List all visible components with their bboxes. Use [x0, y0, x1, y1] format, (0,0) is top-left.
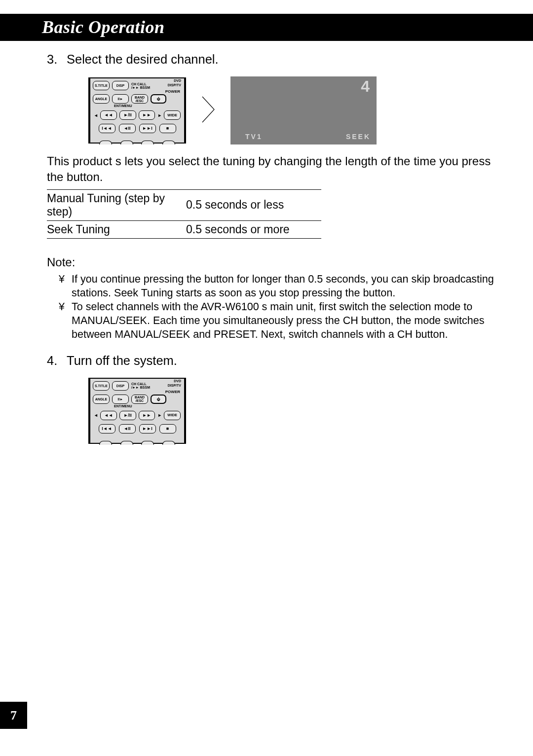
remote-illustration-1: DVD DISP/TV S.TITLE DISP CH CALL /►► BSS… [88, 77, 186, 144]
then-arrow-icon [201, 96, 216, 125]
remote-prev-button: I◄◄ [99, 424, 115, 433]
tv-display: 4 TV1 SEEK [230, 76, 377, 144]
remote-pause-button: ◄II [119, 124, 136, 133]
remote-dvd-label: DVD [174, 79, 181, 82]
step-3: 3. Select the desired channel. [47, 52, 496, 67]
remote-band-esc-button: BAND/ESC [131, 395, 148, 404]
note-text-1: If you continue pressing the button for … [72, 273, 496, 300]
remote-chcall-label: CH CALL [131, 382, 147, 386]
remote-stitle-button: S.TITLE [93, 81, 110, 90]
remote-band-esc-button: BAND/ESC [131, 94, 148, 104]
remote-playpause-button: ►/II [119, 110, 136, 120]
step-3-number: 3. [47, 52, 61, 67]
left-arrow-icon: ◄ [94, 113, 98, 118]
page-title: Basic Operation [0, 14, 533, 41]
note-item-2: ¥ To select channels with the AVR-W6100 … [59, 300, 496, 342]
remote-rev-button: ◄◄ [100, 110, 117, 120]
remote-angle-button: ANGLE [93, 395, 110, 404]
tv-channel-number: 4 [361, 77, 370, 96]
remote-pause-button: ◄II [119, 424, 136, 433]
remote-power-label: POWER [165, 390, 180, 394]
remote-entmenu-label: ENT/MENU [114, 404, 132, 408]
tuning-seek-label: Seek Tuning [47, 220, 184, 238]
remote-arc-icon [99, 441, 112, 445]
remote-arc-icon [162, 141, 175, 144]
step-4: 4. Turn off the system. [47, 354, 496, 368]
remote-illustration-2: DVD DISP/TV S.TITLE DISP CH CALL /►► BSS… [88, 378, 186, 444]
remote-stitle-button: S.TITLE [93, 381, 110, 391]
remote-power-button: ⏻ [151, 94, 166, 104]
tuning-manual-label: Manual Tuning (step by step) [47, 189, 184, 220]
tuning-table: Manual Tuning (step by step) 0.5 seconds… [47, 189, 321, 239]
step-3-description: This product s lets you select the tunin… [47, 153, 496, 185]
step-4-title: Turn off the system. [67, 354, 496, 368]
remote-arc-icon [141, 441, 154, 445]
note-text-2: To select channels with the AVR-W6100 s … [72, 300, 496, 342]
tv-right-label: SEEK [346, 133, 371, 141]
remote-fwd-button: ►► [139, 411, 155, 420]
remote-slowplay-button: II► [112, 94, 129, 104]
remote-disp-button: DISP [112, 81, 129, 90]
remote-entmenu-label: ENT/MENU [114, 104, 132, 108]
remote-arc-icon [120, 441, 133, 445]
step-3-title: Select the desired channel. [67, 52, 496, 67]
tv-left-label: TV1 [245, 133, 263, 141]
remote-stop-button: ■ [159, 424, 176, 433]
remote-next-button: ►►I [139, 424, 156, 433]
remote-arc-icon [141, 141, 154, 144]
right-arrow-icon: ► [157, 413, 161, 418]
remote-bssm-label: /►► BSSM [131, 386, 150, 389]
remote-next-button: ►►I [139, 124, 156, 133]
tuning-manual-value: 0.5 seconds or less [184, 189, 321, 220]
remote-playpause-button: ►/II [119, 411, 136, 420]
remote-bssm-label: /►► BSSM [131, 86, 150, 89]
remote-arc-icon [162, 441, 175, 445]
note-item-1: ¥ If you continue pressing the button fo… [59, 273, 496, 300]
remote-slowplay-button: II► [112, 395, 129, 404]
remote-stop-button: ■ [159, 124, 176, 133]
remote-disptv-label: DISP/TV [168, 83, 181, 87]
page-number: 7 [0, 702, 27, 729]
remote-rev-button: ◄◄ [100, 411, 117, 420]
remote-disp-button: DISP [112, 381, 129, 391]
remote-wide-button: WIDE [164, 110, 181, 120]
right-arrow-icon: ► [157, 113, 161, 118]
remote-dvd-label: DVD [174, 379, 181, 383]
remote-power-button: ⏻ [151, 395, 166, 404]
step-4-number: 4. [47, 354, 61, 368]
remote-disptv-label: DISP/TV [168, 384, 181, 387]
remote-power-label: POWER [165, 89, 180, 94]
remote-arc-icon [120, 141, 133, 144]
left-arrow-icon: ◄ [94, 413, 98, 418]
tuning-seek-value: 0.5 seconds or more [184, 220, 321, 238]
remote-angle-button: ANGLE [93, 94, 110, 104]
remote-prev-button: I◄◄ [99, 124, 115, 133]
note-bullet: ¥ [59, 300, 66, 342]
note-section: Note: ¥ If you continue pressing the but… [47, 254, 496, 342]
remote-fwd-button: ►► [139, 110, 155, 120]
remote-wide-button: WIDE [164, 411, 181, 420]
remote-arc-icon [99, 141, 112, 144]
remote-chcall-label: CH CALL [131, 82, 147, 86]
note-bullet: ¥ [59, 273, 66, 300]
note-title: Note: [47, 254, 496, 270]
